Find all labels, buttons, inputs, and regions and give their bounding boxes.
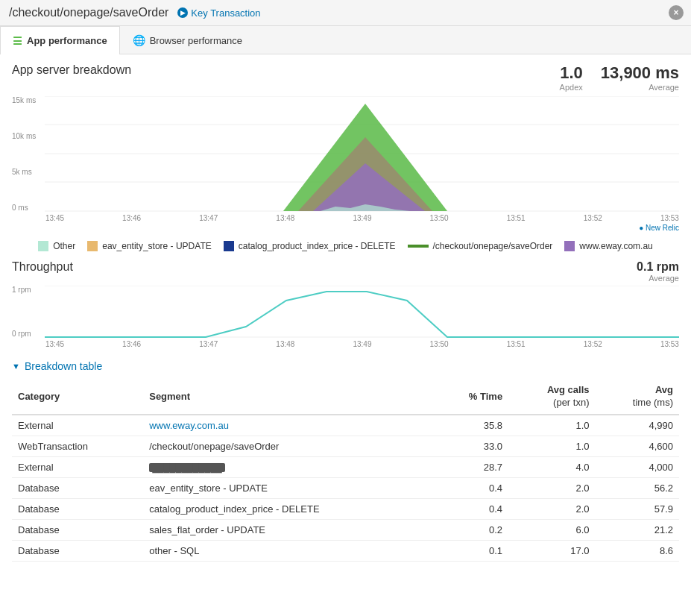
x-label-1345: 13:45: [45, 214, 64, 222]
legend-checkout: /checkout/onepage/saveOrder: [408, 241, 553, 251]
close-button[interactable]: ×: [669, 5, 684, 20]
cell-avg-calls: 1.0: [508, 436, 595, 456]
legend-checkout-color: [408, 245, 429, 248]
x-label-1348: 13:48: [276, 214, 294, 222]
x-label-1353: 13:53: [660, 214, 679, 222]
cell-category: Database: [12, 519, 143, 540]
cell-avg-time: 4,000: [595, 456, 679, 477]
tp-x-1352: 13:52: [584, 340, 602, 348]
cell-category: Database: [12, 477, 143, 498]
tab-app-performance[interactable]: ☰ App performance: [0, 26, 120, 54]
throughput-section: Throughput 0.1 rpm Average 1 rpm 0 rpm: [12, 260, 679, 348]
x-label-1351: 13:51: [507, 214, 526, 222]
breakdown-chart-svg: [45, 96, 679, 212]
new-relic-dot: ●: [639, 224, 643, 232]
throughput-avg-stat: 0.1 rpm Average: [637, 260, 679, 283]
cell-pct-time: 33.0: [435, 436, 508, 456]
cell-avg-calls: 6.0: [508, 519, 595, 540]
cell-segment: eav_entity_store - UPDATE: [143, 477, 435, 498]
legend-eway-color: [564, 241, 575, 251]
y-label-5k: 5k ms: [12, 168, 45, 176]
cell-avg-time: 57.9: [595, 498, 679, 519]
legend-catalog-label: catalog_product_index_price - DELETE: [239, 241, 396, 251]
legend-other: Other: [38, 241, 75, 251]
cell-avg-time: 4,990: [595, 415, 679, 436]
x-label-1352: 13:52: [584, 214, 602, 222]
y-label-15k: 15k ms: [12, 96, 45, 104]
average-value: 13,900 ms: [601, 63, 679, 83]
table-body: Externalwww.eway.com.au35.81.04,990WebTr…: [12, 415, 679, 562]
throughput-title: Throughput: [12, 260, 73, 274]
key-transaction-badge: ▶ Key Transaction: [177, 7, 260, 19]
cell-pct-time: 0.1: [435, 540, 508, 561]
tab-browser-label: Browser performance: [150, 35, 242, 46]
col-avg-calls: Avg calls(per txn): [508, 380, 595, 415]
cell-segment: other - SQL: [143, 540, 435, 561]
breakdown-arrow-icon: ▼: [12, 362, 20, 371]
col-pct-time: % Time: [435, 380, 508, 415]
x-label-1349: 13:49: [353, 214, 371, 222]
legend-checkout-label: /checkout/onepage/saveOrder: [433, 241, 553, 251]
y-label-0: 0 ms: [12, 204, 45, 212]
legend-eav-label: eav_entity_store - UPDATE: [102, 241, 212, 251]
browser-tab-icon: 🌐: [133, 34, 145, 46]
page-header: /checkout/onepage/saveOrder ▶ Key Transa…: [0, 0, 691, 26]
new-relic-text: New Relic: [646, 224, 679, 232]
main-content: App server breakdown 1.0 Apdex 13,900 ms…: [0, 54, 691, 571]
cell-pct-time: 0.4: [435, 498, 508, 519]
cell-category: Database: [12, 540, 143, 561]
tp-x-1348: 13:48: [276, 340, 294, 348]
legend-eway-label: www.eway.com.au: [579, 241, 652, 251]
legend-eway: www.eway.com.au: [564, 241, 652, 251]
cell-avg-calls: 2.0: [508, 477, 595, 498]
legend-catalog: catalog_product_index_price - DELETE: [224, 241, 396, 251]
legend-eav: eav_entity_store - UPDATE: [87, 241, 212, 251]
tp-x-1346: 13:46: [122, 340, 141, 348]
cell-avg-calls: 17.0: [508, 540, 595, 561]
cell-avg-time: 56.2: [595, 477, 679, 498]
col-category: Category: [12, 380, 143, 415]
throughput-chart-svg: [45, 286, 679, 338]
cell-category: External: [12, 456, 143, 477]
cell-segment[interactable]: www.eway.com.au: [143, 415, 435, 436]
legend-other-color: [38, 241, 48, 251]
cell-segment: catalog_product_index_price - DELETE: [143, 498, 435, 519]
cell-pct-time: 0.2: [435, 519, 508, 540]
cell-avg-calls: 1.0: [508, 415, 595, 436]
x-label-1346: 13:46: [122, 214, 141, 222]
tab-app-label: App performance: [27, 35, 107, 46]
new-relic-attribution: ● New Relic: [45, 224, 679, 232]
tp-x-1351: 13:51: [507, 340, 526, 348]
table-row: WebTransaction/checkout/onepage/saveOrde…: [12, 436, 679, 456]
table-row: Databaseother - SQL0.117.08.6: [12, 540, 679, 561]
apdex-label: Apdex: [560, 83, 583, 92]
legend-other-label: Other: [53, 241, 75, 251]
breakdown-chart: 15k ms 10k ms 5k ms 0 ms: [12, 96, 679, 232]
x-label-1347: 13:47: [199, 214, 218, 222]
table-header-row: Category Segment % Time Avg calls(per tx…: [12, 380, 679, 415]
col-segment: Segment: [143, 380, 435, 415]
cell-pct-time: 28.7: [435, 456, 508, 477]
tab-browser-performance[interactable]: 🌐 Browser performance: [120, 26, 255, 54]
throughput-avg-label: Average: [637, 274, 679, 283]
cell-avg-time: 4,600: [595, 436, 679, 456]
tp-x-1347: 13:47: [199, 340, 218, 348]
tp-x-1350: 13:50: [430, 340, 449, 348]
tp-x-1345: 13:45: [45, 340, 64, 348]
key-transaction-label: Key Transaction: [191, 7, 260, 19]
tp-x-1353: 13:53: [660, 340, 679, 348]
tp-x-1349: 13:49: [353, 340, 371, 348]
average-label: Average: [601, 83, 679, 92]
cell-segment: ████████████: [143, 456, 435, 477]
throughput-y-0rpm: 0 rpm: [12, 330, 45, 338]
legend-catalog-color: [224, 241, 234, 251]
table-row: Databaseeav_entity_store - UPDATE0.42.05…: [12, 477, 679, 498]
breakdown-table-header[interactable]: ▼ Breakdown table: [12, 360, 679, 372]
table-row: Databasecatalog_product_index_price - DE…: [12, 498, 679, 519]
x-axis-labels: 13:45 13:46 13:47 13:48 13:49 13:50 13:5…: [45, 214, 679, 222]
throughput-y-1rpm: 1 rpm: [12, 286, 45, 294]
cell-segment: sales_flat_order - UPDATE: [143, 519, 435, 540]
throughput-chart: 1 rpm 0 rpm 13:45 13:46 13:47 13:48 13:4…: [12, 286, 679, 348]
cell-avg-calls: 4.0: [508, 456, 595, 477]
average-stat: 13,900 ms Average: [601, 63, 679, 92]
